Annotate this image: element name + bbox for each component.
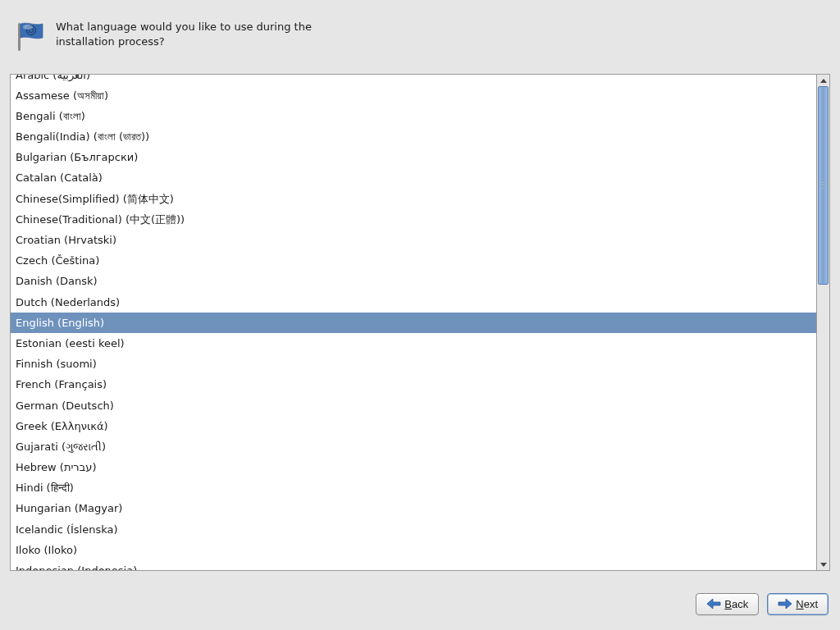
next-button-label: Next (796, 598, 818, 610)
header-prompt: What language would you like to use duri… (56, 20, 351, 48)
back-button-label: Back (724, 598, 748, 610)
language-option[interactable]: Bengali(India) (বাংলা (ভারত)) (11, 127, 816, 148)
language-option[interactable]: Arabic (العربية) (11, 75, 816, 85)
language-option[interactable]: Hindi (हिन्दी) (11, 478, 816, 499)
language-option[interactable]: Croatian (Hrvatski) (11, 231, 816, 251)
arrow-right-icon (778, 598, 792, 609)
language-option[interactable]: Danish (Dansk) (11, 272, 816, 292)
language-option[interactable]: Chinese(Simplified) (简体中文) (11, 189, 816, 209)
scroll-track[interactable] (817, 86, 829, 559)
language-option[interactable]: English (English) (11, 313, 816, 333)
back-button[interactable]: Back (696, 593, 759, 615)
language-option[interactable]: Finnish (suomi) (11, 354, 816, 375)
scroll-thumb[interactable] (818, 86, 829, 285)
language-option[interactable]: Gujarati (ગુજરાતી) (11, 436, 816, 457)
language-option[interactable]: Greek (Ελληνικά) (11, 416, 816, 436)
language-option[interactable]: French (Français) (11, 375, 816, 395)
scroll-down-button[interactable] (817, 559, 829, 570)
header: What language would you like to use duri… (0, 0, 840, 52)
language-option[interactable]: Estonian (eesti keel) (11, 333, 816, 354)
language-option[interactable]: Catalan (Català) (11, 168, 816, 189)
language-option[interactable]: Iloko (Iloko) (11, 540, 816, 560)
language-option[interactable]: Assamese (অসমীয়া) (11, 85, 816, 106)
language-option[interactable]: Chinese(Traditional) (中文(正體)) (11, 209, 816, 230)
next-button[interactable]: Next (767, 593, 829, 615)
language-option[interactable]: German (Deutsch) (11, 395, 816, 416)
footer: Back Next (0, 578, 840, 630)
scroll-up-button[interactable] (817, 75, 829, 86)
scrollbar[interactable] (817, 74, 830, 571)
language-option[interactable]: Bengali (বাংলা) (11, 106, 816, 126)
language-option[interactable]: Czech (Čeština) (11, 251, 816, 272)
arrow-down-icon (820, 563, 827, 567)
svg-point-3 (23, 25, 33, 30)
flag-icon (13, 20, 46, 52)
arrow-up-icon (820, 79, 827, 83)
language-option[interactable]: Indonesian (Indonesia) (11, 561, 816, 571)
language-list-wrapper: Arabic (العربية)Assamese (অসমীয়া)Bengal… (10, 74, 830, 571)
language-option[interactable]: Dutch (Nederlands) (11, 292, 816, 313)
language-option[interactable]: Icelandic (Íslenska) (11, 519, 816, 540)
language-option[interactable]: Hebrew (עברית) (11, 458, 816, 478)
language-option[interactable]: Bulgarian (Български) (11, 148, 816, 168)
arrow-left-icon (706, 598, 721, 609)
language-listbox[interactable]: Arabic (العربية)Assamese (অসমীয়া)Bengal… (10, 74, 817, 571)
language-option[interactable]: Hungarian (Magyar) (11, 499, 816, 519)
svg-rect-0 (18, 23, 21, 51)
